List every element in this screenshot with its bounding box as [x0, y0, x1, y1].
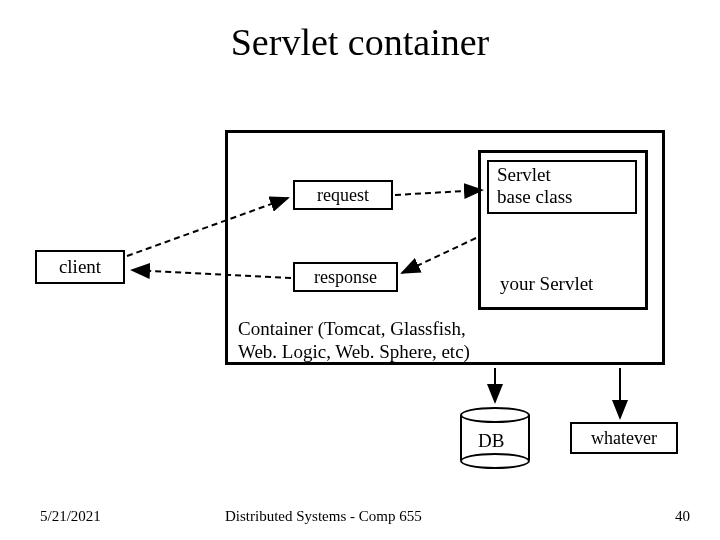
footer-date: 5/21/2021 — [40, 508, 101, 525]
container-caption: Container (Tomcat, Glassfish,Web. Logic,… — [238, 317, 470, 363]
servlet-base-class-box: Servletbase class — [487, 160, 637, 214]
response-box: response — [293, 262, 398, 292]
your-servlet-label: your Servlet — [500, 273, 593, 295]
whatever-box: whatever — [570, 422, 678, 454]
slide-title: Servlet container — [0, 20, 720, 64]
footer-page-number: 40 — [675, 508, 690, 525]
request-box: request — [293, 180, 393, 210]
db-label: DB — [478, 430, 504, 452]
client-box: client — [35, 250, 125, 284]
footer-course: Distributed Systems - Comp 655 — [225, 508, 422, 525]
